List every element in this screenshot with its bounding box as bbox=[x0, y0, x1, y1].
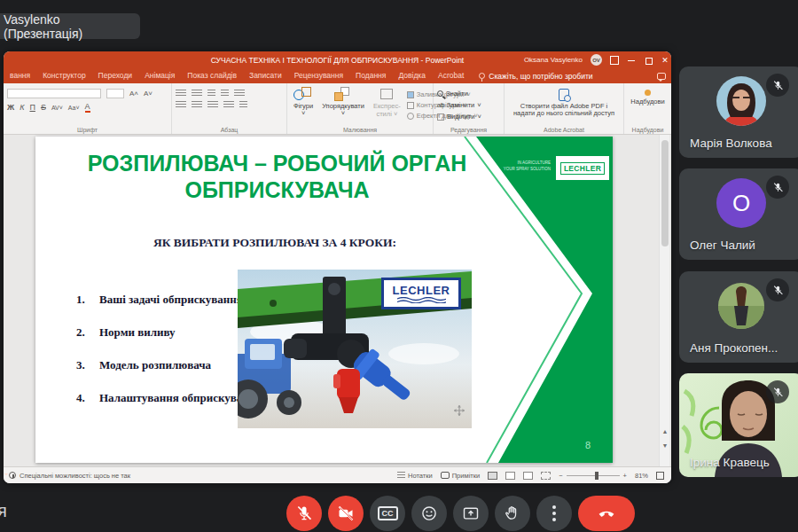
captions-button[interactable]: CC bbox=[370, 496, 405, 531]
align-right-icon[interactable] bbox=[207, 101, 218, 109]
participant-tile-anya[interactable]: Аня Прокопен... bbox=[679, 271, 798, 363]
zoom-level[interactable]: 81% bbox=[635, 472, 648, 480]
ppt-account-avatar[interactable]: OV bbox=[591, 54, 602, 66]
shapes-icon bbox=[293, 87, 313, 103]
slide-list[interactable]: 1.Ваші задачі обприскування 2.Норми вили… bbox=[76, 293, 254, 424]
change-case-icon[interactable]: Aa˅ bbox=[68, 105, 80, 111]
underline-button[interactable]: П bbox=[29, 103, 35, 112]
mic-toggle-button[interactable] bbox=[286, 496, 322, 531]
tab-slideshow[interactable]: Показ слайдів bbox=[181, 68, 243, 83]
lechler-tagline: IN AGRICULTURE YOUR SPRAY SOLUTION bbox=[504, 160, 551, 173]
font-size-input[interactable] bbox=[106, 89, 124, 98]
slide[interactable]: IN AGRICULTURE YOUR SPRAY SOLUTION LECHL… bbox=[35, 137, 613, 463]
addins-button[interactable]: Надбудови bbox=[628, 90, 668, 106]
normal-view-icon[interactable] bbox=[488, 472, 497, 480]
replace-button[interactable]: abЗамінити ˅ bbox=[437, 100, 500, 110]
camera-toggle-button[interactable] bbox=[328, 496, 364, 531]
tab-design[interactable]: Конструктор bbox=[36, 68, 91, 83]
align-left-icon[interactable] bbox=[176, 101, 186, 109]
accessibility-status[interactable]: Спеціальні можливості: щось не так bbox=[4, 472, 130, 480]
slide-sorter-view-icon[interactable] bbox=[505, 472, 515, 480]
close-icon[interactable]: ✕ bbox=[661, 56, 669, 65]
lechler-logo: LECHLER bbox=[556, 156, 609, 180]
minimize-icon[interactable] bbox=[627, 56, 636, 65]
shrink-font-icon[interactable]: A˅ bbox=[144, 90, 153, 98]
find-button[interactable]: Знайти bbox=[437, 89, 500, 98]
line-spacing-icon[interactable] bbox=[234, 90, 245, 98]
quick-styles-button[interactable]: Експрес-стилі ˅ bbox=[371, 87, 403, 123]
tab-help[interactable]: Довідка bbox=[392, 68, 432, 83]
list-item: 3.Модель розпилювача bbox=[76, 358, 254, 372]
char-spacing-icon[interactable]: AV˅ bbox=[51, 105, 63, 111]
shape-fill-icon bbox=[407, 91, 414, 98]
participant-tile-oleh[interactable]: О Олег Чалий bbox=[679, 168, 798, 260]
slide-subtitle[interactable]: ЯК ВИБРАТИ РОЗПИЛЮВАЧ ЗА 4 КРОКИ: bbox=[89, 236, 461, 250]
ribbon-group-font: A˄ A˅ Ж К П S AV˅ Aa˅ А Шрифт bbox=[4, 83, 172, 134]
more-options-button[interactable] bbox=[536, 496, 572, 531]
zoom-in-icon[interactable]: + bbox=[623, 472, 627, 480]
slideshow-view-icon[interactable] bbox=[541, 472, 551, 480]
notes-button[interactable]: Нотатки bbox=[397, 472, 433, 480]
tab-transitions[interactable]: Переходи bbox=[92, 68, 139, 83]
camera-off-icon bbox=[337, 505, 355, 522]
vertical-scrollbar[interactable]: ▲ ▼ bbox=[659, 135, 669, 466]
ppt-statusbar: Спеціальні можливості: щось не так Нотат… bbox=[4, 466, 671, 483]
numbering-icon[interactable] bbox=[192, 90, 202, 98]
font-name-input[interactable] bbox=[7, 89, 101, 98]
nozzle-photo[interactable]: LECHLER bbox=[238, 270, 472, 428]
group-label-drawing: Малювання bbox=[287, 127, 433, 133]
zoom-thumb[interactable] bbox=[595, 472, 598, 480]
tab-drawing-partial[interactable]: вання bbox=[4, 68, 36, 83]
justify-icon[interactable] bbox=[223, 101, 234, 109]
tell-me-box[interactable]: Скажіть, що потрібно зробити bbox=[470, 72, 592, 81]
present-button[interactable] bbox=[453, 496, 489, 531]
tab-animations[interactable]: Анімація bbox=[138, 68, 181, 83]
group-label-paragraph: Абзац bbox=[172, 127, 286, 133]
indent-decrease-icon[interactable] bbox=[207, 90, 215, 98]
fit-slide-icon[interactable] bbox=[656, 472, 664, 480]
reactions-button[interactable] bbox=[411, 496, 447, 531]
align-center-icon[interactable] bbox=[192, 101, 202, 109]
shape-effects-icon bbox=[407, 113, 414, 120]
next-slide-icon[interactable]: ▼ bbox=[660, 440, 670, 452]
mic-muted-badge bbox=[766, 380, 789, 403]
ppt-account-name[interactable]: Oksana Vasylenko bbox=[524, 56, 583, 64]
restore-icon[interactable] bbox=[644, 56, 653, 65]
lechler-wave-icon bbox=[396, 297, 446, 303]
comments-toggle-button[interactable]: Примітки bbox=[441, 472, 480, 480]
ribbon-display-options-icon[interactable] bbox=[610, 56, 619, 65]
tab-record[interactable]: Записати bbox=[243, 68, 288, 83]
ribbon-group-acrobat: Створити файл Adobe PDF і надати до ньог… bbox=[505, 83, 624, 134]
font-color-button[interactable]: А bbox=[85, 102, 90, 113]
tab-view[interactable]: Подання bbox=[349, 68, 392, 83]
group-label-addins: Надбудови bbox=[624, 127, 671, 133]
previous-slide-icon[interactable]: ▲ bbox=[660, 426, 670, 438]
slide-title[interactable]: РОЗПИЛЮВАЧ – РОБОЧИЙ ОРГАН ОБПРИСКУВАЧА bbox=[53, 151, 501, 203]
raise-hand-button[interactable] bbox=[495, 496, 530, 531]
participant-tile-maria[interactable]: Марія Волкова bbox=[679, 66, 798, 158]
select-button[interactable]: Виділити ˅ bbox=[437, 112, 500, 121]
bullets-icon[interactable] bbox=[176, 90, 186, 98]
bold-button[interactable]: Ж bbox=[7, 103, 14, 112]
grow-font-icon[interactable]: A˄ bbox=[129, 90, 138, 98]
zoom-slider[interactable]: − + bbox=[559, 472, 627, 480]
search-icon bbox=[437, 90, 443, 97]
italic-button[interactable]: К bbox=[20, 103, 24, 112]
strikethrough-button[interactable]: S bbox=[41, 103, 46, 112]
zoom-out-icon[interactable]: − bbox=[559, 472, 562, 480]
tab-review[interactable]: Рецензування bbox=[288, 68, 349, 83]
tab-acrobat[interactable]: Acrobat bbox=[432, 68, 470, 83]
mic-off-icon bbox=[772, 387, 784, 398]
zoom-track[interactable] bbox=[567, 475, 620, 476]
arrange-button[interactable]: Упорядкувати˅ bbox=[319, 87, 367, 123]
shape-outline-icon bbox=[407, 102, 414, 109]
scrollbar-thumb[interactable] bbox=[661, 140, 669, 246]
columns-icon[interactable] bbox=[239, 101, 247, 109]
reading-view-icon[interactable] bbox=[523, 472, 533, 480]
shapes-button[interactable]: Фігури˅ bbox=[291, 87, 316, 123]
comments-icon[interactable] bbox=[657, 73, 666, 80]
participant-tile-iryna[interactable]: Ірина Кравець bbox=[679, 373, 798, 477]
end-call-button[interactable] bbox=[578, 496, 635, 531]
indent-increase-icon[interactable] bbox=[221, 90, 229, 98]
create-pdf-button[interactable]: Створити файл Adobe PDF і надати до ньог… bbox=[508, 87, 620, 118]
